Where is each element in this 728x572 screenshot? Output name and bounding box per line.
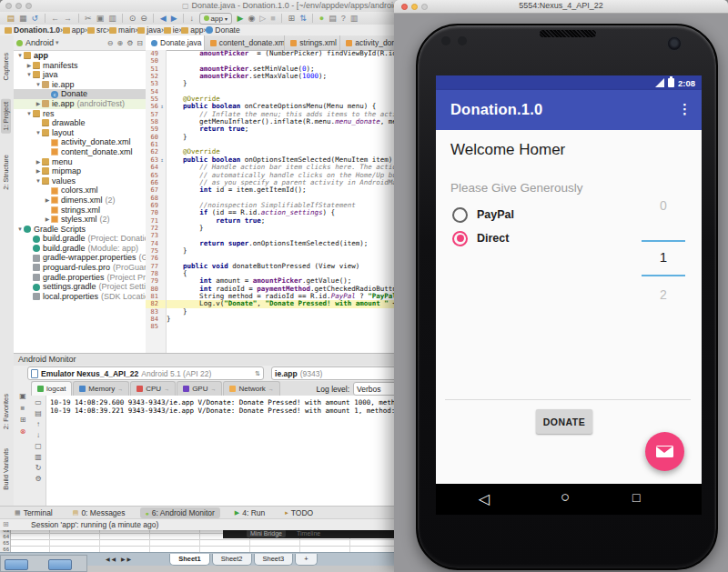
paste-icon[interactable]: ▥ [108,12,116,25]
tree-item-layout[interactable]: ▼layout [14,128,146,138]
open-icon[interactable]: ▤ [7,12,15,25]
monitor-tab-memory[interactable]: Memory→ [73,381,129,396]
process-selector[interactable]: ie.app (9343) [271,366,402,380]
code-area[interactable]: amountPicker = (NumberPicker) findViewBy… [167,50,402,353]
minimize-window-icon[interactable] [15,3,22,9]
tool-window-tab-androidmonitor[interactable]: ●6: Android Monitor [140,507,220,518]
hide-panel-icon[interactable]: ⊟ [136,39,143,47]
tree-chevron-icon[interactable]: ▶ [25,61,33,71]
scroll-up-icon[interactable]: ↑ [36,420,40,428]
tree-item-ie-app[interactable]: ▶ie.app (androidTest) [14,99,146,109]
sidebar-item-captures[interactable]: Captures [1,50,11,83]
navigate-forward-icon[interactable]: ▶ [171,12,177,25]
collapse-all-icon[interactable]: ⊖ [107,39,114,47]
breadcrumb-item[interactable]: app [181,25,203,35]
synchronize-icon[interactable]: ↺ [32,12,39,25]
override-marker-icon[interactable]: ↥ [158,156,166,164]
breadcrumb-item[interactable]: app [63,25,85,35]
close-window-icon[interactable] [5,3,12,9]
home-button-icon[interactable]: ○ [561,488,570,507]
tree-chevron-icon[interactable]: ▶ [35,99,42,109]
stop-icon[interactable]: ■ [270,12,275,25]
tree-item-activity-donate-xml[interactable]: activity_donate.xml [14,137,146,147]
radio-unchecked-icon[interactable] [452,207,468,223]
tree-item-proguard-rules-pro[interactable]: proguard-rules.pro (ProGuard Rules) [14,263,146,273]
avd-manager-icon[interactable]: ● [319,12,324,25]
sdk-manager-icon[interactable]: ▤ [329,12,337,25]
sheet-tab-sheet1[interactable]: Sheet1 [169,554,210,566]
breadcrumb-item[interactable]: src [87,25,106,35]
run-button[interactable]: ▶ [237,12,243,25]
settings-icon[interactable]: ⚙ [126,39,133,47]
tree-item-mipmap[interactable]: ▶mipmap [14,166,146,176]
tree-item-gradle-scripts[interactable]: ▼Gradle Scripts [14,225,146,235]
picker-value-above[interactable]: 0 [642,198,685,213]
debug-icon[interactable]: ◉ [248,12,255,25]
tree-item-settings-gradle[interactable]: settings.gradle (Project Settings) [14,282,146,292]
breadcrumb-item[interactable]: ie [164,25,179,35]
sheet-tab-sheet2[interactable]: Sheet2 [212,554,252,566]
tree-item-styles-xml[interactable]: ▶styles.xml (2) [14,215,146,225]
tool-window-switcher-icon[interactable]: ⊞ [3,519,9,530]
tree-item-java[interactable]: ▼java [14,70,146,80]
tree-item-donate[interactable]: Donate [14,89,146,99]
redo-icon[interactable]: → [64,12,72,25]
tree-item-menu[interactable]: ▶menu [14,157,146,167]
gradle-sync-icon[interactable]: ⇅ [299,12,307,25]
clear-log-icon[interactable]: ▭ [35,398,42,406]
view-button-icon[interactable] [48,559,72,570]
monitor-tab-cpu[interactable]: CPU→ [130,381,176,396]
view-button-icon[interactable] [5,559,28,570]
editor-tab-content-donate-xml[interactable]: content_donate.xml× [205,35,285,50]
email-fab-button[interactable] [645,432,684,471]
panel-tab-mini-bridge[interactable]: Mini Bridge [247,529,286,537]
help-icon[interactable]: ? [341,12,346,25]
tree-chevron-icon[interactable]: ▼ [35,128,42,138]
android-monitor-icon[interactable]: ▥ [350,12,359,25]
tree-item-build-gradle[interactable]: build.gradle (Project: Donation.1.0) [14,234,146,244]
monitor-tab-logcat[interactable]: logcat [31,381,72,396]
tree-item-content-donate-xml[interactable]: content_donate.xml [14,147,146,157]
print-icon[interactable]: ▥ [35,453,42,461]
tree-item-values[interactable]: ▼values [14,176,146,186]
editor-gutter[interactable]: 4950515253545556↥57585960616263↥64656667… [146,50,167,353]
tree-item-dimens-xml[interactable]: ▶dimens.xml (2) [14,196,146,206]
find-icon[interactable]: ⊙ [129,12,136,25]
undo-icon[interactable]: ← [51,12,59,25]
panel-tab-timeline[interactable]: Timeline [293,529,324,537]
tree-chevron-icon[interactable]: ▶ [35,166,42,176]
breadcrumb-item[interactable]: main [109,25,135,35]
recents-button-icon[interactable]: □ [632,490,640,505]
tree-chevron-icon[interactable]: ▶ [44,215,51,225]
tree-item-drawable[interactable]: drawable [14,118,146,128]
picker-value-below[interactable]: 2 [642,287,685,302]
studio-titlebar[interactable]: ▢Donate.java - Donation.1.0 - [~/env/app… [0,0,402,13]
breadcrumb-item[interactable]: Donation.1.0 [5,25,60,35]
emulator-titlebar[interactable]: 5554:Nexus_4_API_22 [394,0,728,14]
radio-option-paypal[interactable]: PayPal [452,206,514,223]
monitor-tab-gpu[interactable]: GPU→ [177,381,222,396]
editor-tab-donate-java[interactable]: Donate.java× [146,35,205,50]
tool-window-tab-todo[interactable]: ▸TODO [279,507,318,518]
screenshot-icon[interactable]: ▣ [19,392,26,400]
project-structure-icon[interactable]: ⊞ [288,12,296,25]
overflow-menu-icon[interactable]: ⋮ [678,101,692,117]
back-button-icon[interactable]: ◁ [479,490,490,507]
breadcrumb-item[interactable]: Donate [206,25,239,35]
tree-chevron-icon[interactable]: ▼ [25,109,33,119]
device-selector[interactable]: Emulator Nexus_4_API_22 Android 5.1 (API… [27,366,264,380]
restart-logcat-icon[interactable]: ↻ [35,464,42,472]
navigate-back-icon[interactable]: ◀ [160,12,167,25]
zoom-window-icon[interactable] [25,3,32,9]
donate-button[interactable]: DONATE [536,409,592,434]
breadcrumb-item[interactable]: java [137,25,161,35]
logcat-output[interactable]: 10-19 14:08:29.600 9343-9343/ie.app V/Do… [46,396,402,507]
tree-item-gradle-properties[interactable]: gradle.properties (Project Properties) [14,273,146,283]
tree-item-ie-app[interactable]: ▼ie.app [14,80,146,90]
tree-item-app[interactable]: ▼app [14,51,146,61]
logcat-settings-icon[interactable]: ⚙ [35,475,41,483]
export-log-icon[interactable]: ▤ [35,409,42,417]
save-all-icon[interactable]: ▦ [19,12,27,25]
layout-inspector-icon[interactable]: ⊞ [20,416,26,424]
hide-tool-windows-icon[interactable]: ↓ [190,12,195,25]
